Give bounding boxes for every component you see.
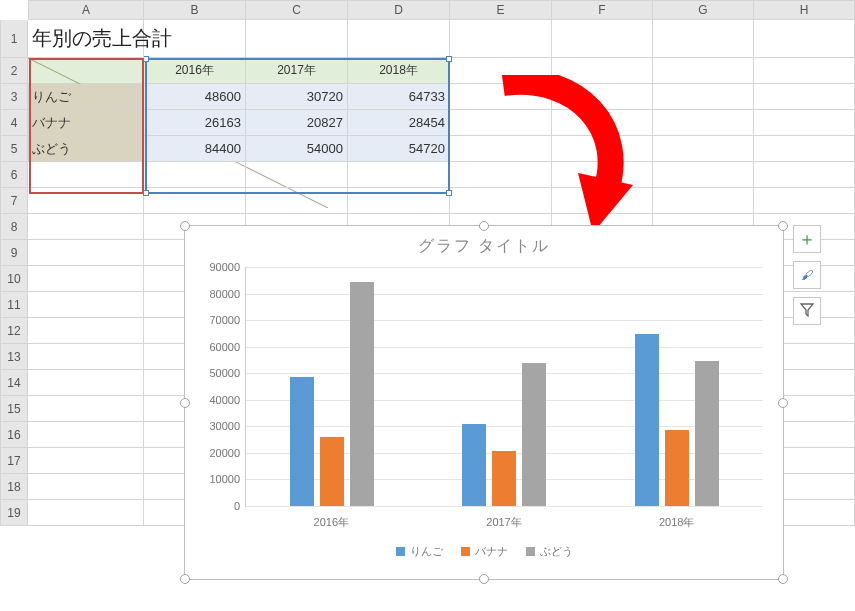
cell[interactable]: 20827 (246, 110, 348, 136)
cell[interactable] (754, 20, 855, 58)
chart-elements-button[interactable]: ＋ (793, 225, 821, 253)
cell[interactable] (348, 188, 450, 214)
cell[interactable] (653, 162, 754, 188)
cell[interactable] (348, 162, 450, 188)
column-header-H[interactable]: H (754, 0, 855, 20)
bar-バナナ-2018年[interactable] (665, 430, 689, 506)
cell[interactable]: 30720 (246, 84, 348, 110)
cell[interactable] (28, 214, 144, 240)
cell[interactable] (28, 396, 144, 422)
cell[interactable]: 54720 (348, 136, 450, 162)
chart-object[interactable]: グラフ タイトル 0100002000030000400005000060000… (184, 225, 784, 580)
row-header-13[interactable]: 13 (0, 344, 28, 370)
row-header-17[interactable]: 17 (0, 448, 28, 474)
cell[interactable] (28, 240, 144, 266)
chart-styles-button[interactable]: 🖌 (793, 261, 821, 289)
cell[interactable] (28, 344, 144, 370)
legend-item[interactable]: りんご (396, 544, 443, 559)
cell[interactable] (28, 448, 144, 474)
cell[interactable] (653, 110, 754, 136)
row-header-18[interactable]: 18 (0, 474, 28, 500)
cell[interactable] (348, 20, 450, 58)
row-header-15[interactable]: 15 (0, 396, 28, 422)
chart-legend[interactable]: りんごバナナぶどう (185, 544, 783, 559)
bar-バナナ-2016年[interactable] (320, 437, 344, 506)
cell[interactable] (28, 162, 144, 188)
row-header-6[interactable]: 6 (0, 162, 28, 188)
cell[interactable] (450, 20, 552, 58)
column-header-A[interactable]: A (28, 0, 144, 20)
column-header-C[interactable]: C (246, 0, 348, 20)
cell[interactable]: 26163 (144, 110, 246, 136)
cell[interactable] (653, 58, 754, 84)
cell[interactable]: バナナ (28, 110, 144, 136)
cell[interactable] (246, 188, 348, 214)
cell[interactable] (28, 188, 144, 214)
row-header-16[interactable]: 16 (0, 422, 28, 448)
bar-バナナ-2017年[interactable] (492, 451, 516, 506)
cell[interactable] (754, 84, 855, 110)
column-header-E[interactable]: E (450, 0, 552, 20)
cell[interactable] (653, 20, 754, 58)
row-header-14[interactable]: 14 (0, 370, 28, 396)
cell[interactable] (28, 500, 144, 526)
row-header-12[interactable]: 12 (0, 318, 28, 344)
row-header-2[interactable]: 2 (0, 58, 28, 84)
cell[interactable]: 48600 (144, 84, 246, 110)
cell[interactable] (754, 110, 855, 136)
bar-ぶどう-2017年[interactable] (522, 363, 546, 506)
cell[interactable]: 年別の売上合計 (28, 20, 144, 58)
legend-item[interactable]: ぶどう (526, 544, 573, 559)
chart-plot-area[interactable]: 0100002000030000400005000060000700008000… (245, 267, 763, 507)
cell[interactable]: 64733 (348, 84, 450, 110)
chart-title[interactable]: グラフ タイトル (185, 226, 783, 261)
cell[interactable]: 54000 (246, 136, 348, 162)
cell[interactable]: 2016年 (144, 58, 246, 84)
cell[interactable] (28, 370, 144, 396)
row-header-9[interactable]: 9 (0, 240, 28, 266)
cell[interactable] (754, 162, 855, 188)
cell[interactable]: 2017年 (246, 58, 348, 84)
cell[interactable] (28, 58, 144, 84)
cell[interactable] (246, 162, 348, 188)
row-header-8[interactable]: 8 (0, 214, 28, 240)
cell[interactable]: 2018年 (348, 58, 450, 84)
cell[interactable] (28, 292, 144, 318)
row-header-11[interactable]: 11 (0, 292, 28, 318)
column-header-F[interactable]: F (552, 0, 653, 20)
bar-りんご-2018年[interactable] (635, 334, 659, 506)
column-header-G[interactable]: G (653, 0, 754, 20)
cell[interactable] (552, 20, 653, 58)
cell[interactable] (28, 474, 144, 500)
cell[interactable] (653, 188, 754, 214)
cell[interactable] (754, 188, 855, 214)
chart-filters-button[interactable] (793, 297, 821, 325)
cell[interactable] (28, 422, 144, 448)
cell[interactable]: 84400 (144, 136, 246, 162)
cell[interactable] (28, 266, 144, 292)
row-header-1[interactable]: 1 (0, 20, 28, 58)
cell[interactable] (754, 136, 855, 162)
cell[interactable] (653, 136, 754, 162)
column-header-B[interactable]: B (144, 0, 246, 20)
cell[interactable] (144, 188, 246, 214)
cell[interactable]: りんご (28, 84, 144, 110)
bar-ぶどう-2016年[interactable] (350, 282, 374, 506)
column-header-D[interactable]: D (348, 0, 450, 20)
cell[interactable] (28, 318, 144, 344)
row-header-4[interactable]: 4 (0, 110, 28, 136)
bar-りんご-2017年[interactable] (462, 424, 486, 506)
cell[interactable] (144, 162, 246, 188)
cell[interactable] (246, 20, 348, 58)
bar-りんご-2016年[interactable] (290, 377, 314, 506)
cell[interactable]: ぶどう (28, 136, 144, 162)
row-header-19[interactable]: 19 (0, 500, 28, 526)
bar-ぶどう-2018年[interactable] (695, 361, 719, 506)
row-header-7[interactable]: 7 (0, 188, 28, 214)
row-header-10[interactable]: 10 (0, 266, 28, 292)
row-header-3[interactable]: 3 (0, 84, 28, 110)
legend-item[interactable]: バナナ (461, 544, 508, 559)
cell[interactable] (754, 58, 855, 84)
cell[interactable]: 28454 (348, 110, 450, 136)
cell[interactable] (653, 84, 754, 110)
